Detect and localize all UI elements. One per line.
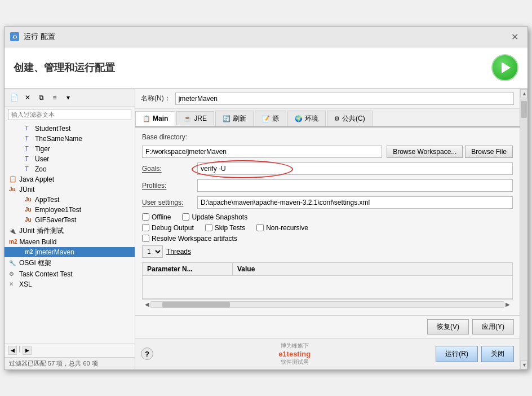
tree-item-osgi[interactable]: 🔧 OSGi 框架 [5, 257, 135, 269]
non-recursive-label: Non-recursive [266, 224, 308, 232]
action-buttons-row: 恢复(V) 应用(Y) [135, 315, 520, 338]
scroll-right-arrow[interactable]: ▶ [504, 301, 511, 307]
browse-workspace-button[interactable]: Browse Workspace... [387, 146, 463, 158]
junit-icon: Ju [25, 196, 33, 203]
class-icon: T [25, 166, 33, 172]
tree-item-taskcontext[interactable]: ⚙ Task Context Test [5, 269, 135, 279]
help-button[interactable]: ? [141, 347, 153, 360]
tree-item-apptest[interactable]: Ju AppTest [5, 195, 135, 205]
tree-item-mavenbuild[interactable]: m2 Maven Build [5, 237, 135, 247]
scroll-right-button[interactable]: ▶ [23, 346, 32, 355]
run-icon-button[interactable] [491, 54, 518, 81]
maven-folder-icon: m2 [9, 239, 17, 245]
base-directory-input[interactable] [142, 146, 382, 158]
tree-item-user[interactable]: T User [5, 154, 135, 164]
right-vertical-scrollbar[interactable]: ▲ ▼ [520, 89, 527, 369]
class-icon: T [25, 135, 33, 142]
skip-tests-checkbox[interactable] [205, 224, 212, 231]
tab-env[interactable]: 🌍 环境 [287, 111, 326, 126]
tab-common[interactable]: ⚙ 公共(C) [327, 111, 373, 126]
tab-source[interactable]: 📝 源 [255, 111, 286, 126]
play-icon [502, 62, 511, 73]
name-row: 名称(N)： [135, 89, 520, 109]
scroll-left-arrow[interactable]: ◀ [144, 301, 150, 307]
bottom-bar: ? 博为峰旗下 e1testing 软件测试网 运行(R) 关闭 [135, 338, 520, 369]
tree-item-javaapplet[interactable]: 📋 Java Applet [5, 174, 135, 184]
new-config-button[interactable]: 📄 [8, 91, 20, 104]
osgi-icon: 🔧 [9, 260, 17, 266]
restore-button[interactable]: 恢复(V) [427, 319, 469, 335]
scrollbar-area: ◀ ▶ [142, 299, 513, 310]
scroll-up-button[interactable]: ▲ [520, 89, 527, 98]
junit-icon: Ju [25, 206, 33, 213]
param-table-body [143, 276, 512, 298]
source-tab-icon: 📝 [262, 115, 270, 122]
tab-main[interactable]: 📋 Main [135, 111, 175, 126]
profiles-label: Profiles: [142, 182, 193, 190]
duplicate-config-button[interactable]: ⧉ [35, 91, 47, 104]
tree-item-jmetermaven[interactable]: m2 jmeterMaven [5, 247, 135, 257]
window-close-button[interactable]: ✕ [508, 30, 522, 43]
offline-checkbox[interactable] [142, 213, 149, 221]
profiles-input[interactable] [197, 179, 513, 192]
param-table-header: Parameter N... Value [143, 263, 512, 276]
junit-folder-icon: Ju [9, 186, 17, 192]
resolve-workspace-checkbox-item: Resolve Workspace artifacts [142, 235, 237, 243]
name-label: 名称(N)： [141, 94, 171, 103]
browse-file-button[interactable]: Browse File [465, 146, 513, 158]
tree-container: T StudentTest T TheSameName T Tiger T Us… [5, 122, 135, 343]
tree-item-gifsavertest[interactable]: Ju GIFSaverTest [5, 215, 135, 225]
common-tab-icon: ⚙ [334, 115, 340, 122]
tree-item-junitplugin[interactable]: 🔌 JUnit 插件测试 [5, 225, 135, 237]
tree-item-thesamename[interactable]: T TheSameName [5, 134, 135, 144]
threads-select[interactable]: 1 [142, 245, 163, 258]
tree-item-tiger[interactable]: T Tiger [5, 144, 135, 154]
param-table: Parameter N... Value [142, 262, 513, 299]
goals-input-wrapper [197, 162, 513, 175]
tree-item-junit[interactable]: Ju JUnit [5, 184, 135, 195]
tree-item-xsl[interactable]: ✕ XSL [5, 279, 135, 289]
refresh-tab-icon: 🔄 [223, 115, 230, 122]
tree-item-zoo[interactable]: T Zoo [5, 164, 135, 174]
filter-button[interactable]: ≡ [48, 91, 61, 104]
user-settings-input[interactable] [197, 196, 513, 209]
scroll-left-button[interactable]: ◀ [8, 346, 17, 355]
param-name-col-header: Parameter N... [143, 263, 233, 275]
folder-icon: 📋 [9, 175, 17, 183]
class-icon: T [25, 156, 33, 162]
right-main: 名称(N)： 📋 Main ☕ JRE 🔄 刷新 [135, 89, 520, 369]
resolve-workspace-label: Resolve Workspace artifacts [152, 235, 237, 243]
apply-button[interactable]: 应用(Y) [472, 319, 514, 335]
checkboxes-row3: Resolve Workspace artifacts [142, 235, 513, 243]
tab-refresh[interactable]: 🔄 刷新 [215, 111, 254, 126]
task-icon: ⚙ [9, 271, 17, 277]
filter-status-text: 过滤器已匹配 57 项，总共 60 项 [9, 360, 98, 367]
scroll-track [520, 98, 527, 360]
scroll-down-button[interactable]: ▼ [520, 360, 527, 369]
resolve-workspace-checkbox[interactable] [142, 235, 149, 242]
more-button[interactable]: ▾ [62, 91, 74, 104]
tabs-row: 📋 Main ☕ JRE 🔄 刷新 📝 源 [135, 109, 520, 127]
horizontal-scrollbar[interactable] [19, 346, 20, 353]
run-config-dialog: ⚙ 运行 配置 ✕ 创建、管理和运行配置 📄 ✕ ⧉ ≡ ▾ [4, 27, 528, 370]
goals-input[interactable] [197, 162, 513, 175]
name-input[interactable] [175, 93, 514, 105]
filter-input[interactable] [8, 109, 131, 120]
tree-item-employee1test[interactable]: Ju Employee1Test [5, 205, 135, 215]
xsl-icon: ✕ [9, 281, 17, 287]
junit-plugin-icon: 🔌 [9, 228, 17, 234]
non-recursive-checkbox[interactable] [256, 224, 264, 231]
delete-config-button[interactable]: ✕ [21, 91, 34, 104]
tab-jre[interactable]: ☕ JRE [176, 111, 214, 125]
update-snapshots-checkbox[interactable] [182, 213, 189, 221]
skip-tests-checkbox-item: Skip Tests [205, 224, 245, 232]
param-horizontal-scrollbar[interactable] [150, 301, 504, 308]
debug-output-checkbox[interactable] [142, 224, 149, 231]
bottom-bar-left: ? [141, 347, 153, 360]
run-button[interactable]: 运行(R) [436, 346, 478, 362]
close-button[interactable]: 关闭 [481, 346, 514, 362]
jre-tab-icon: ☕ [184, 115, 192, 122]
profiles-row: Profiles: [142, 179, 513, 192]
tree-item-studenttest[interactable]: T StudentTest [5, 124, 135, 134]
skip-tests-label: Skip Tests [215, 224, 245, 232]
